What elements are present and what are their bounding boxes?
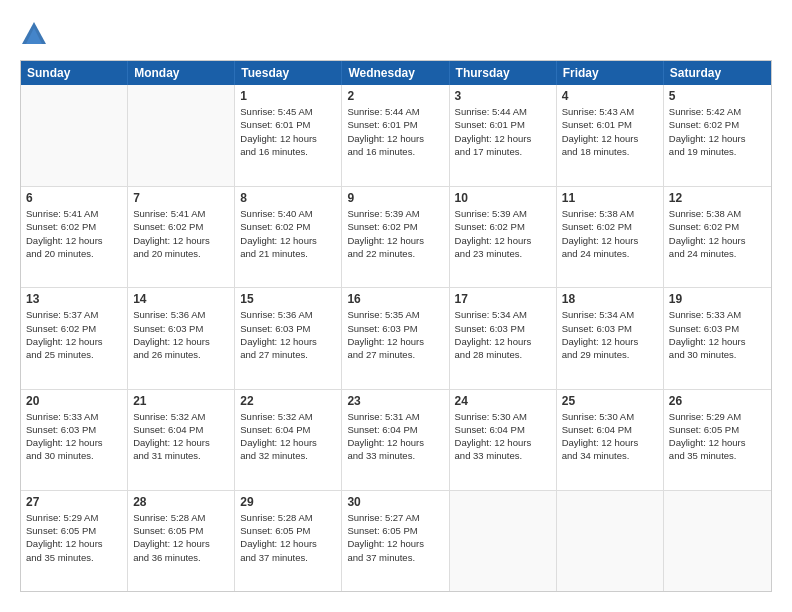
cell-info: Sunrise: 5:44 AM Sunset: 6:01 PM Dayligh…: [455, 105, 551, 158]
calendar-cell: 22Sunrise: 5:32 AM Sunset: 6:04 PM Dayli…: [235, 390, 342, 490]
calendar-cell: 21Sunrise: 5:32 AM Sunset: 6:04 PM Dayli…: [128, 390, 235, 490]
calendar-cell: 9Sunrise: 5:39 AM Sunset: 6:02 PM Daylig…: [342, 187, 449, 287]
calendar-cell: [21, 85, 128, 186]
calendar-cell: 3Sunrise: 5:44 AM Sunset: 6:01 PM Daylig…: [450, 85, 557, 186]
cell-info: Sunrise: 5:40 AM Sunset: 6:02 PM Dayligh…: [240, 207, 336, 260]
cell-info: Sunrise: 5:39 AM Sunset: 6:02 PM Dayligh…: [347, 207, 443, 260]
page: SundayMondayTuesdayWednesdayThursdayFrid…: [0, 0, 792, 612]
cell-info: Sunrise: 5:29 AM Sunset: 6:05 PM Dayligh…: [669, 410, 766, 463]
day-number: 26: [669, 394, 766, 408]
day-number: 30: [347, 495, 443, 509]
calendar-cell: 6Sunrise: 5:41 AM Sunset: 6:02 PM Daylig…: [21, 187, 128, 287]
day-number: 15: [240, 292, 336, 306]
cell-info: Sunrise: 5:32 AM Sunset: 6:04 PM Dayligh…: [240, 410, 336, 463]
calendar-cell: 4Sunrise: 5:43 AM Sunset: 6:01 PM Daylig…: [557, 85, 664, 186]
day-number: 23: [347, 394, 443, 408]
day-number: 8: [240, 191, 336, 205]
header-day-wednesday: Wednesday: [342, 61, 449, 85]
day-number: 7: [133, 191, 229, 205]
header-day-thursday: Thursday: [450, 61, 557, 85]
header-day-saturday: Saturday: [664, 61, 771, 85]
cell-info: Sunrise: 5:29 AM Sunset: 6:05 PM Dayligh…: [26, 511, 122, 564]
calendar-cell: 7Sunrise: 5:41 AM Sunset: 6:02 PM Daylig…: [128, 187, 235, 287]
calendar-cell: 8Sunrise: 5:40 AM Sunset: 6:02 PM Daylig…: [235, 187, 342, 287]
cell-info: Sunrise: 5:41 AM Sunset: 6:02 PM Dayligh…: [26, 207, 122, 260]
cell-info: Sunrise: 5:33 AM Sunset: 6:03 PM Dayligh…: [669, 308, 766, 361]
cell-info: Sunrise: 5:38 AM Sunset: 6:02 PM Dayligh…: [669, 207, 766, 260]
calendar-cell: 2Sunrise: 5:44 AM Sunset: 6:01 PM Daylig…: [342, 85, 449, 186]
calendar-week-1: 1Sunrise: 5:45 AM Sunset: 6:01 PM Daylig…: [21, 85, 771, 186]
calendar-cell: 15Sunrise: 5:36 AM Sunset: 6:03 PM Dayli…: [235, 288, 342, 388]
cell-info: Sunrise: 5:42 AM Sunset: 6:02 PM Dayligh…: [669, 105, 766, 158]
calendar-cell: 17Sunrise: 5:34 AM Sunset: 6:03 PM Dayli…: [450, 288, 557, 388]
cell-info: Sunrise: 5:37 AM Sunset: 6:02 PM Dayligh…: [26, 308, 122, 361]
cell-info: Sunrise: 5:32 AM Sunset: 6:04 PM Dayligh…: [133, 410, 229, 463]
day-number: 28: [133, 495, 229, 509]
calendar-cell: 12Sunrise: 5:38 AM Sunset: 6:02 PM Dayli…: [664, 187, 771, 287]
day-number: 22: [240, 394, 336, 408]
cell-info: Sunrise: 5:34 AM Sunset: 6:03 PM Dayligh…: [455, 308, 551, 361]
calendar-cell: 1Sunrise: 5:45 AM Sunset: 6:01 PM Daylig…: [235, 85, 342, 186]
header: [20, 20, 772, 48]
cell-info: Sunrise: 5:39 AM Sunset: 6:02 PM Dayligh…: [455, 207, 551, 260]
calendar-week-4: 20Sunrise: 5:33 AM Sunset: 6:03 PM Dayli…: [21, 389, 771, 490]
cell-info: Sunrise: 5:36 AM Sunset: 6:03 PM Dayligh…: [133, 308, 229, 361]
calendar-cell: 27Sunrise: 5:29 AM Sunset: 6:05 PM Dayli…: [21, 491, 128, 591]
calendar-cell: 23Sunrise: 5:31 AM Sunset: 6:04 PM Dayli…: [342, 390, 449, 490]
day-number: 6: [26, 191, 122, 205]
day-number: 20: [26, 394, 122, 408]
calendar-cell: 24Sunrise: 5:30 AM Sunset: 6:04 PM Dayli…: [450, 390, 557, 490]
day-number: 11: [562, 191, 658, 205]
calendar-body: 1Sunrise: 5:45 AM Sunset: 6:01 PM Daylig…: [21, 85, 771, 591]
header-day-monday: Monday: [128, 61, 235, 85]
day-number: 16: [347, 292, 443, 306]
header-day-sunday: Sunday: [21, 61, 128, 85]
cell-info: Sunrise: 5:44 AM Sunset: 6:01 PM Dayligh…: [347, 105, 443, 158]
header-day-friday: Friday: [557, 61, 664, 85]
day-number: 1: [240, 89, 336, 103]
day-number: 3: [455, 89, 551, 103]
calendar-cell: 16Sunrise: 5:35 AM Sunset: 6:03 PM Dayli…: [342, 288, 449, 388]
cell-info: Sunrise: 5:43 AM Sunset: 6:01 PM Dayligh…: [562, 105, 658, 158]
cell-info: Sunrise: 5:34 AM Sunset: 6:03 PM Dayligh…: [562, 308, 658, 361]
calendar-cell: 10Sunrise: 5:39 AM Sunset: 6:02 PM Dayli…: [450, 187, 557, 287]
calendar-week-5: 27Sunrise: 5:29 AM Sunset: 6:05 PM Dayli…: [21, 490, 771, 591]
calendar-cell: 13Sunrise: 5:37 AM Sunset: 6:02 PM Dayli…: [21, 288, 128, 388]
calendar-cell: [664, 491, 771, 591]
calendar-cell: [450, 491, 557, 591]
day-number: 2: [347, 89, 443, 103]
day-number: 29: [240, 495, 336, 509]
cell-info: Sunrise: 5:31 AM Sunset: 6:04 PM Dayligh…: [347, 410, 443, 463]
calendar-cell: 11Sunrise: 5:38 AM Sunset: 6:02 PM Dayli…: [557, 187, 664, 287]
day-number: 9: [347, 191, 443, 205]
cell-info: Sunrise: 5:28 AM Sunset: 6:05 PM Dayligh…: [133, 511, 229, 564]
cell-info: Sunrise: 5:33 AM Sunset: 6:03 PM Dayligh…: [26, 410, 122, 463]
calendar-header: SundayMondayTuesdayWednesdayThursdayFrid…: [21, 61, 771, 85]
calendar-cell: 26Sunrise: 5:29 AM Sunset: 6:05 PM Dayli…: [664, 390, 771, 490]
day-number: 17: [455, 292, 551, 306]
cell-info: Sunrise: 5:30 AM Sunset: 6:04 PM Dayligh…: [455, 410, 551, 463]
calendar-cell: 29Sunrise: 5:28 AM Sunset: 6:05 PM Dayli…: [235, 491, 342, 591]
day-number: 24: [455, 394, 551, 408]
calendar-week-2: 6Sunrise: 5:41 AM Sunset: 6:02 PM Daylig…: [21, 186, 771, 287]
calendar-cell: [128, 85, 235, 186]
cell-info: Sunrise: 5:30 AM Sunset: 6:04 PM Dayligh…: [562, 410, 658, 463]
day-number: 14: [133, 292, 229, 306]
cell-info: Sunrise: 5:35 AM Sunset: 6:03 PM Dayligh…: [347, 308, 443, 361]
header-day-tuesday: Tuesday: [235, 61, 342, 85]
calendar-cell: 5Sunrise: 5:42 AM Sunset: 6:02 PM Daylig…: [664, 85, 771, 186]
calendar-week-3: 13Sunrise: 5:37 AM Sunset: 6:02 PM Dayli…: [21, 287, 771, 388]
cell-info: Sunrise: 5:36 AM Sunset: 6:03 PM Dayligh…: [240, 308, 336, 361]
day-number: 13: [26, 292, 122, 306]
cell-info: Sunrise: 5:27 AM Sunset: 6:05 PM Dayligh…: [347, 511, 443, 564]
logo-icon: [20, 20, 48, 48]
day-number: 10: [455, 191, 551, 205]
cell-info: Sunrise: 5:28 AM Sunset: 6:05 PM Dayligh…: [240, 511, 336, 564]
day-number: 25: [562, 394, 658, 408]
day-number: 19: [669, 292, 766, 306]
cell-info: Sunrise: 5:45 AM Sunset: 6:01 PM Dayligh…: [240, 105, 336, 158]
day-number: 5: [669, 89, 766, 103]
calendar-cell: 14Sunrise: 5:36 AM Sunset: 6:03 PM Dayli…: [128, 288, 235, 388]
day-number: 27: [26, 495, 122, 509]
day-number: 12: [669, 191, 766, 205]
